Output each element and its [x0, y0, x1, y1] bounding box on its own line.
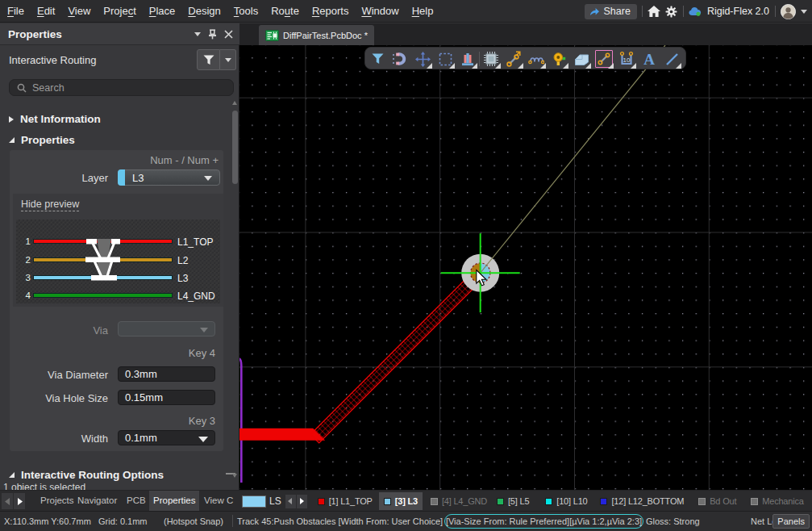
cloud-status-icon[interactable] [689, 3, 702, 19]
via-diameter-label: Via Diameter [0, 369, 108, 381]
snap-mode: (Hotspot Snap) [164, 516, 223, 526]
section-properties[interactable]: Properties [9, 134, 75, 146]
section-net-information[interactable]: Net Information [9, 113, 101, 125]
settings-button[interactable] [665, 3, 678, 19]
menu-tools[interactable]: Tools [227, 0, 264, 23]
document-tab[interactable]: DiffPairTest.PcbDoc * [259, 25, 374, 45]
line-tool-button[interactable] [662, 49, 681, 69]
account-name[interactable]: Rigid-Flex 2.0 [707, 6, 769, 17]
layer-tab-l1-top[interactable]: [1] L1_TOP [313, 492, 377, 510]
altium-designer-window: File Edit View Project Place Design Tool… [0, 0, 812, 531]
filter-button-group [197, 49, 236, 70]
share-button[interactable]: Share [585, 4, 637, 19]
layer-stack-preview-box: Hide preview 1 2 3 4 [13, 194, 223, 307]
menu-file[interactable]: File [1, 0, 31, 23]
polygon-pour-button[interactable] [572, 49, 591, 69]
layer-dropdown[interactable]: L3 [118, 169, 220, 186]
properties-panel: Interactive Routing Search Net Informati… [0, 45, 239, 490]
search-input[interactable]: Search [9, 79, 234, 96]
layer-tab-l10[interactable]: [10] L10 [540, 492, 592, 510]
key4-hint: Key 4 [189, 347, 215, 359]
properties-panel-header: Properties [0, 23, 239, 45]
collapsed-arrow-icon [9, 116, 14, 123]
tab-navigator[interactable]: Navigator [73, 491, 121, 512]
layer-tab-bd-out[interactable]: Bd Out [693, 492, 741, 510]
pad-stack-button[interactable] [458, 49, 477, 69]
width-field-label: Width [0, 433, 108, 445]
snap-magnet-button[interactable] [390, 49, 410, 69]
layer-tab-l5[interactable]: [5] L5 [492, 492, 534, 510]
layer-sets-button[interactable]: LS [266, 495, 285, 507]
select-area-button[interactable] [435, 49, 455, 69]
current-layer-swatch[interactable] [242, 495, 266, 508]
filter-tool-button[interactable] [368, 49, 387, 69]
close-icon[interactable] [224, 30, 233, 39]
active-bar-toolbar: 10 A [364, 47, 686, 69]
bottom-tabs-row: Projects Navigator PCB Properties View C… [0, 490, 812, 511]
tab-view-configuration[interactable]: View C [200, 491, 239, 512]
layer-tab-l12-bottom[interactable]: [12] L12_BOTTOM [595, 492, 689, 510]
menu-place[interactable]: Place [143, 0, 182, 23]
move-tool-button[interactable] [413, 49, 432, 69]
interactive-route-button-active[interactable] [594, 49, 614, 69]
via-hole-size-label: Via Hole Size [0, 392, 108, 404]
layer-color-swatch [431, 498, 438, 505]
hide-preview-link[interactable]: Hide preview [21, 199, 79, 211]
layer-tab-l4-gnd[interactable]: [4] L4_GND [426, 492, 492, 510]
scroll-down-icon [232, 474, 237, 478]
menu-view[interactable]: View [61, 0, 97, 23]
dropdown-corner-icon [563, 63, 568, 69]
tabs-scroll-right-button[interactable] [14, 493, 25, 509]
filter-dropdown-button[interactable] [220, 49, 236, 70]
layers-scroll-left-button[interactable] [285, 495, 296, 508]
route-tool-button[interactable] [504, 49, 523, 69]
account-chevron-icon[interactable] [801, 10, 807, 14]
panel-scrollbar[interactable] [232, 101, 238, 484]
layer-stack-preview: 1 2 3 4 [16, 220, 220, 303]
dropdown-corner-icon [608, 63, 614, 69]
chevron-down-icon [225, 58, 231, 62]
menu-project[interactable]: Project [97, 0, 142, 23]
layers-scroll-right-button[interactable] [297, 495, 307, 508]
funnel-icon [372, 53, 384, 65]
tab-projects[interactable]: Projects [36, 491, 78, 512]
length-tuning-button[interactable]: 10 [617, 49, 636, 69]
menu-route[interactable]: Route [264, 0, 306, 23]
place-component-button[interactable] [481, 49, 501, 69]
share-icon [589, 6, 600, 17]
scrollbar-thumb[interactable] [232, 111, 238, 184]
home-button[interactable] [648, 3, 660, 19]
menu-edit[interactable]: Edit [31, 0, 61, 23]
panel-menu-chevron-icon[interactable] [194, 32, 201, 36]
layer-color-swatch [698, 498, 706, 505]
user-avatar[interactable] [781, 4, 796, 19]
panels-button[interactable]: Panels [772, 514, 810, 529]
diff-pair-route-button[interactable] [527, 49, 546, 69]
pin-icon[interactable] [208, 29, 217, 40]
layer-tab-mechanical[interactable]: Mechanica [746, 492, 808, 510]
filter-button[interactable] [197, 49, 220, 70]
text-tool-button[interactable]: A [639, 49, 659, 69]
via-tool-button[interactable] [549, 49, 568, 69]
menu-reports[interactable]: Reports [306, 0, 356, 23]
via-diameter-input[interactable]: 0.3mm [118, 366, 215, 382]
section-interactive-routing-options[interactable]: Interactive Routing Options [9, 469, 164, 481]
cursor-coordinates: X:110.3mm Y:60.7mm [4, 516, 91, 526]
via-dropdown-disabled [118, 321, 215, 337]
layer-tab-l3[interactable]: [3] L3 [379, 492, 423, 510]
menu-help[interactable]: Help [406, 0, 440, 23]
layer-shortcut-hint: Num - / Num + [150, 154, 219, 166]
dropdown-corner-icon [427, 63, 432, 69]
menu-window[interactable]: Window [355, 0, 405, 23]
menu-design[interactable]: Design [181, 0, 227, 23]
pcb-canvas[interactable] [239, 45, 812, 490]
dropdown-corner-icon [676, 63, 681, 69]
tab-properties[interactable]: Properties [149, 491, 199, 512]
tabs-scroll-left-button[interactable] [2, 493, 13, 509]
key3-hint: Key 3 [189, 415, 215, 427]
via-hole-size-input[interactable]: 0.15mm [118, 390, 215, 405]
width-dropdown[interactable]: 0.1mm [118, 430, 215, 445]
tab-pcb[interactable]: PCB [123, 491, 150, 512]
dropdown-corner-icon [540, 63, 546, 69]
stack-layer-label: L3 [177, 273, 188, 284]
